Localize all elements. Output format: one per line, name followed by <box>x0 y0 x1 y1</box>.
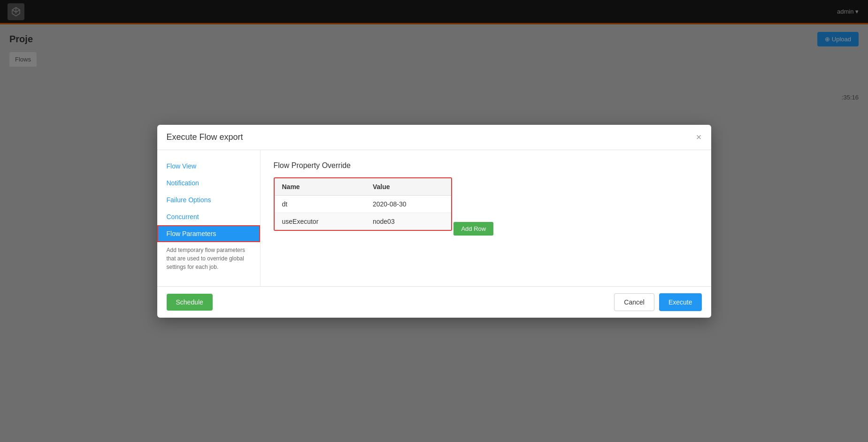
modal-main-content: Flow Property Override Name Value dt <box>261 150 711 286</box>
modal-body: Flow View Notification Failure Options C… <box>157 150 711 286</box>
row-value-dt: 2020-08-30 <box>365 195 451 213</box>
execute-flow-modal: Execute Flow export × Flow View Notifica… <box>157 125 711 318</box>
modal-title: Execute Flow export <box>167 132 243 142</box>
modal-sidebar: Flow View Notification Failure Options C… <box>157 150 261 286</box>
column-header-name: Name <box>275 178 365 196</box>
table-row: useExecutor node03 <box>275 213 451 230</box>
property-override-table: Name Value dt 2020-08-30 useExecutor <box>275 178 451 230</box>
sidebar-item-flow-parameters[interactable]: Flow Parameters <box>157 225 260 242</box>
sidebar-description: Add temporary flow parameters that are u… <box>157 242 260 279</box>
sidebar-item-notification[interactable]: Notification <box>157 175 260 191</box>
row-name-useexecutor: useExecutor <box>275 213 365 230</box>
sidebar-item-flow-view[interactable]: Flow View <box>157 158 260 175</box>
modal-overlay: Execute Flow export × Flow View Notifica… <box>0 0 868 442</box>
table-row: dt 2020-08-30 <box>275 195 451 213</box>
cancel-button[interactable]: Cancel <box>614 293 654 311</box>
add-row-button[interactable]: Add Row <box>453 222 493 236</box>
footer-right-actions: Cancel Execute <box>614 293 701 311</box>
schedule-button[interactable]: Schedule <box>167 294 213 311</box>
sidebar-item-concurrent[interactable]: Concurrent <box>157 208 260 225</box>
close-button[interactable]: × <box>696 132 702 142</box>
sidebar-item-failure-options[interactable]: Failure Options <box>157 191 260 208</box>
row-value-useexecutor: node03 <box>365 213 451 230</box>
row-name-dt: dt <box>275 195 365 213</box>
column-header-value: Value <box>365 178 451 196</box>
modal-header: Execute Flow export × <box>157 125 711 150</box>
modal-footer: Schedule Cancel Execute <box>157 286 711 318</box>
section-title: Flow Property Override <box>274 161 698 170</box>
execute-button[interactable]: Execute <box>659 293 702 311</box>
property-table-wrapper: Name Value dt 2020-08-30 useExecutor <box>274 177 452 231</box>
